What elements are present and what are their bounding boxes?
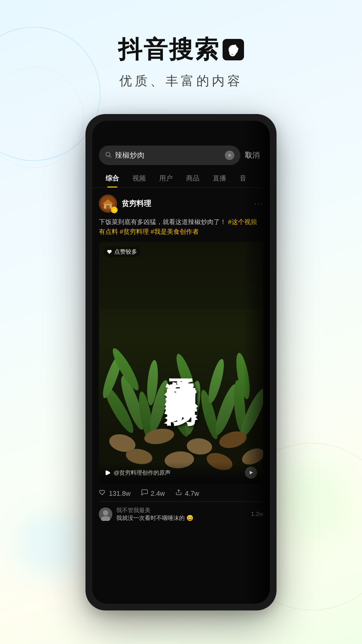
- comment-text-wrap: 我不管我最美 我就没一次看时不咽唾沫的 😄: [116, 506, 247, 522]
- avatar-wrap: [99, 195, 117, 213]
- search-clear-icon[interactable]: [225, 151, 234, 160]
- video-source: @贫穷料理创作的原声: [105, 469, 171, 477]
- tab-商品[interactable]: 商品: [179, 170, 206, 187]
- video-background: 勇的猛辣椒炒肉 点赞较多: [99, 242, 263, 483]
- post-description: 下饭菜到底有多凶猛，就看这道辣椒炒肉了！ #这个视频有点料 #贫穷料理 #我是美…: [99, 217, 263, 236]
- video-text-overlay: 勇的猛辣椒炒肉: [99, 242, 263, 483]
- heart-icon: [99, 489, 106, 498]
- search-query-text: 辣椒炒肉: [115, 150, 222, 160]
- video-footer: @贫穷料理创作的原声: [99, 462, 263, 483]
- hashtag-2[interactable]: #贫穷料理: [120, 228, 149, 235]
- app-subtitle: 优质、丰富的内容: [0, 72, 362, 90]
- page-header: 抖音搜索 优质、丰富的内容: [0, 0, 362, 90]
- comment-text: 我就没一次看时不咽唾沫的 😄: [116, 514, 247, 522]
- tiktok-logo-icon: [223, 39, 244, 60]
- post-username[interactable]: 贫穷料理: [122, 199, 151, 209]
- comment-count: 2.4w: [151, 490, 165, 497]
- likes-badge: 点赞较多: [104, 247, 140, 257]
- post-text-prefix: 下饭菜到底有多凶猛，就看这道辣椒炒肉了！: [99, 218, 226, 225]
- like-button[interactable]: 131.8w: [99, 489, 131, 498]
- interaction-bar: 131.8w 2.4w: [99, 483, 263, 501]
- comment-preview: 我不管我最美 我就没一次看时不咽唾沫的 😄 1.2w: [99, 501, 263, 522]
- search-bar[interactable]: 辣椒炒肉: [99, 146, 240, 165]
- phone-frame: 辣椒炒肉 取消 综合 视频: [85, 114, 277, 610]
- phone-edge-dark: [243, 121, 270, 604]
- svg-rect-10: [106, 205, 110, 209]
- share-button[interactable]: 4.7w: [175, 489, 199, 498]
- svg-point-40: [103, 510, 108, 516]
- search-icon: [105, 151, 112, 160]
- phone-screen: 辣椒炒肉 取消 综合 视频: [92, 121, 270, 604]
- likes-badge-text: 点赞较多: [114, 248, 137, 256]
- tab-直播[interactable]: 直播: [206, 170, 233, 187]
- phone-mockup: 辣椒炒肉 取消 综合 视频: [85, 114, 277, 610]
- commenter-name: 我不管我最美: [116, 506, 247, 514]
- tab-综合[interactable]: 综合: [99, 170, 126, 187]
- comment-icon: [141, 489, 148, 498]
- share-icon: [175, 489, 182, 498]
- post-user-card: 贫穷料理 ···: [99, 195, 263, 213]
- tab-用户[interactable]: 用户: [153, 170, 179, 187]
- video-calligraphy-text: 勇的猛辣椒炒肉: [163, 353, 199, 372]
- verified-badge: [111, 207, 118, 213]
- share-count: 4.7w: [185, 490, 199, 497]
- video-source-text: @贫穷料理创作的原声: [114, 469, 171, 477]
- svg-line-2: [110, 156, 111, 157]
- hashtag-3[interactable]: #我是美食创作者: [150, 228, 199, 235]
- tab-视频[interactable]: 视频: [126, 170, 153, 187]
- like-count: 131.8w: [109, 490, 131, 497]
- video-thumbnail[interactable]: 勇的猛辣椒炒肉 点赞较多: [99, 242, 263, 483]
- user-info: 贫穷料理: [99, 195, 151, 213]
- comment-button[interactable]: 2.4w: [141, 489, 165, 498]
- commenter-avatar: [99, 507, 112, 521]
- bg-blob-1: [17, 510, 84, 577]
- app-title-text: 抖音搜索: [118, 34, 220, 66]
- bg-blob-2: [268, 460, 352, 543]
- app-title-row: 抖音搜索: [0, 34, 362, 66]
